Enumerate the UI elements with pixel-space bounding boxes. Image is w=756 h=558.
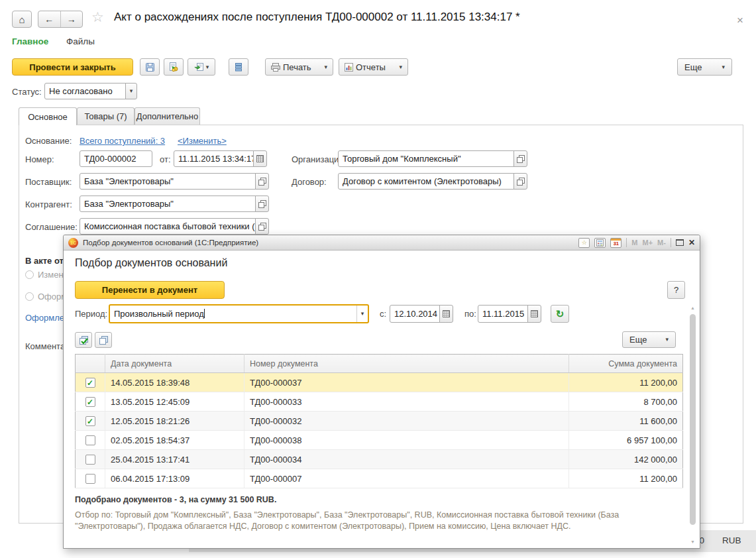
table-row[interactable]: 06.04.2015 17:13:09ТД00-00000711 200,00 — [76, 469, 683, 488]
dialog-titlebar[interactable]: 1С Подбор документов оснований (1С:Предп… — [64, 235, 700, 251]
memory-plus-button[interactable]: M+ — [643, 239, 653, 247]
refresh-button[interactable]: ↻ — [551, 305, 569, 323]
to-calendar-button[interactable] — [527, 305, 541, 323]
dialog-title: Подбор документов оснований (1С:Предприя… — [83, 239, 258, 247]
history-nav: ← → — [38, 11, 83, 28]
register-records-button[interactable] — [229, 58, 248, 76]
basis-change-link[interactable]: <Изменить> — [178, 136, 227, 146]
navtab-files[interactable]: Файлы — [66, 36, 95, 46]
dialog-scrollbar[interactable]: ▲ ▼ — [690, 306, 696, 544]
home-icon: ⌂ — [19, 14, 25, 25]
doc-number: ТД00-000037 — [244, 373, 569, 392]
counterparty-input[interactable]: База "Электротовары" — [80, 195, 256, 212]
post-document-button[interactable] — [164, 58, 184, 76]
table-row[interactable]: 02.05.2015 18:54:37ТД00-0000386 957 100,… — [76, 431, 683, 450]
agreement-open-button[interactable] — [255, 218, 269, 235]
1c-logo-icon: 1С — [68, 238, 78, 248]
maximize-icon[interactable] — [676, 239, 684, 246]
doc-amount: 6 957 100,00 — [569, 431, 683, 450]
row-checkbox[interactable]: ✓ — [85, 397, 95, 407]
date-calendar-button[interactable] — [253, 150, 267, 167]
table-row[interactable]: ✓13.05.2015 12:45:09ТД00-0000338 700,00 — [76, 392, 683, 412]
uncheck-all-button[interactable] — [95, 332, 112, 348]
scrollbar-up-icon[interactable]: ▲ — [690, 306, 695, 310]
period-dropdown-button[interactable]: ▾ — [356, 306, 368, 322]
status-dropdown-button[interactable]: ▾ — [125, 83, 137, 99]
radio-option-1[interactable]: Измени — [25, 270, 68, 280]
radio-option-2[interactable]: Оформ — [25, 292, 67, 302]
row-checkbox[interactable]: ✓ — [85, 378, 95, 388]
memory-minus-button[interactable]: M- — [657, 239, 666, 247]
number-value: ТД00-000002 — [84, 154, 136, 164]
reports-icon — [345, 63, 353, 72]
tab-additional[interactable]: Дополнительно — [135, 107, 200, 125]
period-value: Произвольный период — [114, 309, 204, 319]
from-calendar-button[interactable] — [439, 305, 453, 323]
doc-date: 02.05.2015 18:54:37 — [105, 431, 244, 450]
contract-input[interactable]: Договор с комитентом (Электротовары) — [338, 173, 514, 190]
close-icon[interactable]: × — [737, 14, 743, 27]
period-from-value: 12.10.2014 — [394, 309, 437, 319]
reports-label: Отчеты — [356, 62, 386, 72]
dialog-close-icon[interactable]: ✕ — [688, 238, 695, 247]
scrollbar-down-icon[interactable]: ▼ — [690, 539, 695, 544]
memory-button[interactable]: M — [631, 239, 637, 247]
organization-open-button[interactable] — [513, 150, 527, 167]
contract-value: Договор с комитентом (Электротовары) — [343, 176, 502, 186]
period-to-input[interactable]: 11.11.2015 — [478, 305, 528, 323]
row-checkbox[interactable] — [85, 455, 95, 465]
row-checkbox[interactable] — [85, 435, 95, 445]
number-input[interactable]: ТД00-000002 — [80, 150, 152, 167]
home-button[interactable]: ⌂ — [12, 11, 32, 28]
back-button[interactable]: ← — [38, 11, 60, 27]
navtab-main[interactable]: Главное — [12, 36, 48, 46]
titlebar-separator — [671, 238, 671, 247]
status-label: Статус: — [12, 87, 42, 97]
row-checkbox[interactable] — [85, 474, 95, 484]
calculator-icon[interactable] — [594, 238, 606, 248]
forward-button[interactable]: → — [60, 11, 83, 27]
favorites-star-icon[interactable]: ☆ — [91, 9, 104, 25]
period-to-label: по: — [464, 309, 476, 319]
transfer-button[interactable]: Перенести в документ — [75, 281, 225, 299]
save-button[interactable] — [140, 58, 160, 76]
post-document-icon — [169, 62, 178, 72]
more-button[interactable]: Еще ▾ — [677, 58, 732, 76]
period-from-input[interactable]: 12.10.2014 — [390, 305, 440, 323]
open-icon — [517, 155, 524, 162]
tab-goods[interactable]: Товары (7) — [77, 107, 135, 125]
status-select[interactable]: Не согласовано — [44, 83, 126, 99]
print-button[interactable]: Печать ▾ — [265, 58, 333, 76]
titlebar-separator — [626, 238, 627, 247]
date-value: 11.11.2015 13:34:17 — [178, 154, 254, 164]
table-row[interactable]: 25.04.2015 13:17:41ТД00-000034142 000,00 — [76, 450, 683, 469]
counterparty-label: Контрагент: — [25, 199, 72, 209]
basis-link[interactable]: Всего поступлений: 3 — [80, 136, 165, 146]
calendar-31-icon[interactable]: 31 — [610, 238, 621, 248]
counterparty-open-button[interactable] — [255, 195, 269, 212]
documents-table-body: ✓14.05.2015 18:39:48ТД00-00003711 200,00… — [76, 373, 683, 488]
print-label: Печать — [283, 62, 311, 72]
dialog-more-button[interactable]: Еще ▾ — [622, 331, 676, 348]
tab-main[interactable]: Основное — [19, 107, 77, 125]
status-value: Не согласовано — [49, 86, 113, 96]
reports-button[interactable]: Отчеты ▾ — [339, 58, 408, 76]
contract-open-button[interactable] — [513, 173, 527, 190]
period-select[interactable]: Произвольный период ▾ — [109, 304, 369, 323]
supplier-input[interactable]: База "Электротовары" — [80, 173, 256, 190]
favorites-box-icon[interactable]: ☆ — [578, 238, 590, 248]
row-checkbox[interactable]: ✓ — [85, 416, 95, 426]
create-based-on-button[interactable]: ▾ — [188, 58, 215, 76]
post-and-close-button[interactable]: Провести и закрыть — [12, 58, 133, 76]
date-input[interactable]: 11.11.2015 13:34:17 — [174, 150, 254, 167]
agreement-input[interactable]: Комиссионная поставка бытовой техники (Е — [80, 218, 256, 235]
date-label: от: — [160, 154, 171, 164]
organization-input[interactable]: Торговый дом "Комплексный" — [338, 150, 514, 167]
open-icon — [517, 178, 524, 185]
check-all-button[interactable] — [75, 332, 92, 348]
scrollbar-thumb[interactable] — [690, 314, 696, 525]
table-row[interactable]: ✓12.05.2015 18:21:26ТД00-00003211 600,00 — [76, 412, 683, 431]
supplier-open-button[interactable] — [255, 173, 269, 190]
table-row[interactable]: ✓14.05.2015 18:39:48ТД00-00003711 200,00 — [76, 373, 683, 392]
help-button[interactable]: ? — [667, 281, 685, 299]
